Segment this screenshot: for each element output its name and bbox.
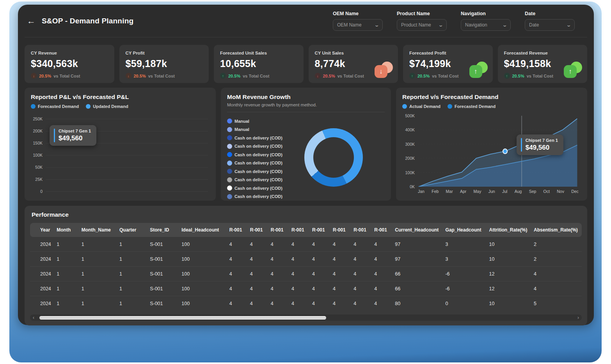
legend-dot	[227, 118, 232, 124]
kpi-label: Forecasted Revenue	[504, 51, 581, 55]
table-cell: 10	[487, 296, 531, 311]
table-cell: 12	[487, 281, 531, 296]
table-cell: 4	[330, 252, 351, 267]
mom-legend-item[interactable]: Cash on delivery (COD)	[227, 186, 282, 191]
legend-dot	[86, 104, 91, 109]
filter-navigation: NavigationNavigation⌄	[461, 11, 511, 31]
kpi-card: CY Profit$59,187k↓20.5%vs Total Cost	[119, 45, 209, 83]
kpi-label: Forecasted Unit Sales	[220, 51, 297, 55]
table-cell: S-001	[147, 252, 179, 267]
table-cell: 1	[54, 281, 79, 296]
legend-dot	[227, 144, 232, 149]
table-cell: 2024	[30, 281, 54, 296]
legend-label: Cash on delivery (COD)	[234, 144, 282, 148]
back-button[interactable]: ←	[27, 17, 36, 25]
kpi-card: CY Unit Sales8,774k↓20.5%vs Total Cost↓	[309, 45, 398, 83]
kpi-delta: 20.5%	[228, 74, 240, 78]
table-cell: 5	[531, 296, 582, 311]
table-cell: 100	[179, 267, 227, 281]
table-cell: 80	[393, 296, 443, 311]
y-axis-tick: 150K	[33, 141, 43, 145]
legend-label: Cash on delivery (COD)	[234, 177, 282, 182]
table-cell: 4	[310, 237, 330, 252]
table-cell: 4	[351, 281, 372, 296]
table-header: YearMonthMonth_NameQuarterStore_IDIdeal_…	[30, 223, 582, 237]
legend-dot	[31, 104, 36, 109]
table-cell: 1	[79, 252, 117, 267]
filter-select[interactable]: Product Name⌄	[397, 19, 447, 31]
legend-dot	[448, 104, 452, 109]
mom-legend: ManualManualCash on delivery (COD)Cash o…	[227, 118, 282, 199]
column-header: Quarter	[117, 223, 147, 237]
mom-legend-item[interactable]: Cash on delivery (COD)	[227, 152, 282, 157]
table-cell: 4	[351, 267, 372, 281]
kpi-card: Forecasted Revenue$419,158k↑20.5%vs Tota…	[498, 45, 588, 83]
kpi-delta: 20.5%	[417, 74, 430, 78]
demand-legend-item[interactable]: Forecasted Demand	[448, 104, 496, 109]
scroll-left-icon[interactable]: ‹	[30, 315, 37, 320]
filter-select[interactable]: OEM Name⌄	[333, 19, 383, 31]
x-axis-tick: Oct	[544, 189, 550, 194]
table-cell: 100	[179, 237, 227, 252]
table-cell: 4	[310, 252, 330, 267]
y-axis-tick: 200K	[33, 129, 43, 133]
chevron-down-icon: ⌄	[566, 23, 571, 28]
table-cell: 97	[393, 252, 443, 267]
legend-dot	[402, 104, 407, 109]
legend-label: Cash on delivery (COD)	[234, 136, 282, 140]
mom-legend-item[interactable]: Manual	[227, 118, 282, 124]
horizontal-scrollbar[interactable]: ‹ ›	[30, 315, 582, 321]
mom-legend-item[interactable]: Cash on delivery (COD)	[227, 144, 282, 149]
y-axis-tick: 250K	[33, 117, 43, 121]
performance-title: Performance	[30, 211, 582, 218]
filter-select[interactable]: Date⌄	[525, 19, 575, 31]
performance-section: Performance YearMonthMonth_NameQuarterSt…	[25, 206, 587, 325]
mom-legend-item[interactable]: Cash on delivery (COD)	[227, 161, 282, 166]
scrollbar-thumb[interactable]	[39, 316, 326, 320]
table-cell: 1	[79, 281, 117, 296]
table-cell: 4	[268, 296, 289, 311]
demand-legend: Actual DemandForecasted Demand	[402, 104, 581, 109]
legend-dot	[227, 194, 232, 199]
mom-legend-item[interactable]: Cash on delivery (COD)	[227, 194, 282, 199]
mom-legend-item[interactable]: Cash on delivery (COD)	[227, 135, 282, 140]
filter-product-name: Product NameProduct Name⌄	[397, 11, 447, 31]
mom-legend-item[interactable]: Cash on delivery (COD)	[227, 169, 282, 174]
kpi-delta-suffix: vs Total Cost	[432, 74, 458, 78]
table-cell: 4	[330, 296, 351, 311]
table-cell: -6	[443, 267, 487, 281]
table-row: 2024111S-00110044444444973102	[30, 252, 582, 267]
table-header-row: YearMonthMonth_NameQuarterStore_IDIdeal_…	[30, 223, 582, 237]
tooltip-value: $49,560	[59, 134, 91, 142]
pnl-legend-item[interactable]: Updated Demand	[86, 104, 128, 109]
tooltip-value: $49,560	[526, 144, 558, 152]
mom-legend-item[interactable]: Manual	[227, 127, 282, 132]
scroll-right-icon[interactable]: ›	[575, 315, 582, 320]
table-cell: 4	[227, 296, 248, 311]
demand-legend-item[interactable]: Actual Demand	[402, 104, 440, 109]
table-cell: 3	[443, 252, 487, 267]
pnl-legend-item[interactable]: Forecasted Demand	[31, 104, 79, 109]
mom-chart-body: ManualManualCash on delivery (COD)Cash o…	[227, 114, 385, 199]
kpi-value: 10,655k	[220, 58, 297, 69]
x-axis-tick: Aug	[515, 189, 522, 194]
table-cell: 4	[248, 296, 268, 311]
table-row: 2024111S-0011004444444466-6124	[30, 267, 582, 281]
legend-label: Cash on delivery (COD)	[234, 186, 282, 191]
filter-select[interactable]: Navigation⌄	[461, 19, 511, 31]
donut-chart[interactable]	[304, 128, 363, 187]
table-cell: 4	[289, 281, 310, 296]
table-cell: 1	[117, 237, 147, 252]
legend-label: Cash on delivery (COD)	[234, 194, 282, 199]
page-title: S&OP - Demand Planning	[42, 17, 133, 25]
legend-label: Cash on delivery (COD)	[234, 161, 282, 165]
legend-dot	[227, 127, 232, 132]
table-cell: 10	[487, 252, 531, 267]
demand-tooltip: Chipset 7 Gen 1 $49,560	[517, 134, 563, 155]
filter-date: DateDate⌄	[525, 11, 575, 31]
table-cell: 4	[330, 281, 351, 296]
mom-legend-item[interactable]: Cash on delivery (COD)	[227, 177, 282, 182]
x-axis-tick: Jun	[488, 189, 495, 194]
table-row: 2024111S-0011004444444466-6124	[30, 281, 582, 296]
arrow-up-icon: ↑	[220, 73, 226, 79]
